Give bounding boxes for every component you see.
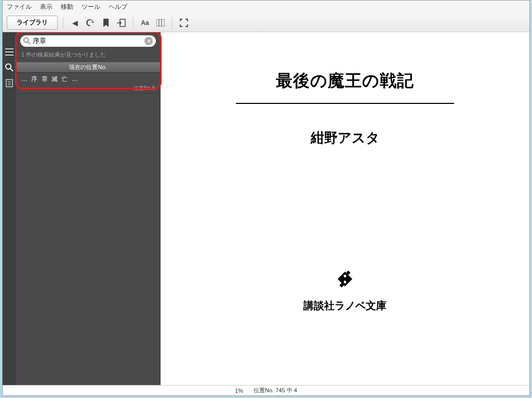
svg-line-8: [10, 69, 13, 71]
book-page: 最後の魔王の戦記 紺野アスタ 講談社ラノベ文庫: [194, 32, 496, 313]
book-title: 最後の魔王の戦記: [194, 70, 496, 92]
toolbar: ライブラリ ◀ Aa: [3, 14, 529, 32]
book-author: 紺野アスタ: [194, 129, 496, 147]
search-field[interactable]: ✕: [20, 35, 156, 47]
export-icon[interactable]: [115, 17, 128, 29]
menu-go[interactable]: 移動: [61, 3, 73, 11]
search-result-location: 位置No.8: [21, 84, 155, 92]
svg-point-7: [6, 64, 11, 69]
search-input[interactable]: [31, 37, 144, 45]
location-text: 位置No. 745 中 4: [254, 387, 297, 394]
left-rail: [3, 32, 16, 385]
notes-icon[interactable]: [4, 78, 15, 88]
divider: [133, 17, 134, 29]
clear-search-icon[interactable]: ✕: [144, 37, 153, 45]
publisher-logo-icon: [332, 267, 357, 291]
svg-rect-1: [156, 19, 165, 26]
divider: [172, 17, 172, 29]
location-header: 現在の位置No.: [16, 62, 160, 73]
svg-point-13: [24, 38, 29, 43]
menu-help[interactable]: ヘルプ: [109, 3, 127, 11]
progress-percent: 1%: [235, 388, 243, 394]
publisher-name: 講談社ラノベ文庫: [194, 299, 496, 313]
statusbar: 1% 位置No. 745 中 4: [3, 385, 529, 395]
svg-line-14: [28, 42, 30, 44]
library-button[interactable]: ライブラリ: [7, 16, 58, 30]
toc-icon[interactable]: [4, 47, 15, 57]
search-icon: [23, 37, 31, 45]
search-result-item[interactable]: … 序 章 滅 亡 … 位置No.8: [16, 73, 160, 94]
font-size-icon[interactable]: Aa: [139, 17, 151, 29]
menu-file[interactable]: ファイル: [7, 3, 32, 11]
reader-pane[interactable]: 最後の魔王の戦記 紺野アスタ 講談社ラノベ文庫: [161, 32, 529, 385]
divider: [63, 17, 63, 29]
columns-icon[interactable]: [154, 17, 167, 29]
sync-icon[interactable]: [84, 17, 97, 29]
search-result-label: … 序 章 滅 亡 …: [21, 75, 155, 84]
svg-rect-15: [338, 272, 352, 286]
bookmark-icon[interactable]: [100, 17, 112, 29]
fullscreen-icon[interactable]: [178, 17, 190, 29]
menu-tools[interactable]: ツール: [82, 3, 100, 11]
menubar: ファイル 表示 移動 ツール ヘルプ: [3, 1, 529, 14]
search-result-count: 1 件の検索結果が見つかりました: [16, 49, 160, 62]
menu-view[interactable]: 表示: [40, 3, 52, 11]
search-sidebar: ✕ 1 件の検索結果が見つかりました 現在の位置No. … 序 章 滅 亡 … …: [16, 32, 161, 385]
title-underline: [236, 103, 454, 104]
search-tab-icon[interactable]: [4, 62, 15, 73]
back-icon[interactable]: ◀: [69, 17, 81, 29]
